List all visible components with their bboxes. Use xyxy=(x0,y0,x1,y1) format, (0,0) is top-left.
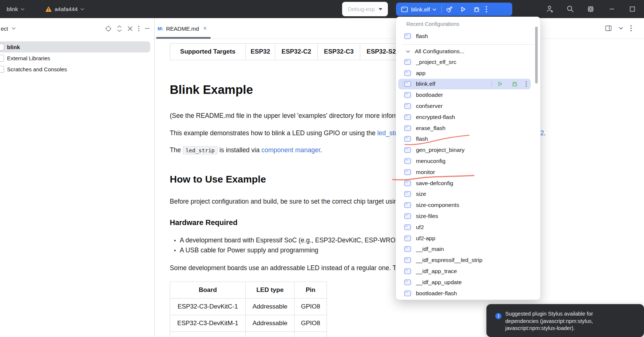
config-item[interactable]: flash xyxy=(398,134,531,145)
run-config-icon xyxy=(404,136,411,142)
dropdown-arrow-icon xyxy=(379,8,382,10)
vcs-widget[interactable]: a4afa444 xyxy=(45,0,84,18)
project-widget[interactable]: blink xyxy=(7,0,24,18)
config-item[interactable]: save-defconfig xyxy=(398,178,531,189)
run-config-icon xyxy=(404,125,411,131)
run-config-icon xyxy=(404,33,411,39)
project-tree: blink External Libraries Scratches and C… xyxy=(0,41,154,75)
config-item[interactable]: size-files xyxy=(398,211,531,222)
config-item[interactable]: gen_project_binary xyxy=(398,144,531,156)
run-config-icon xyxy=(404,279,411,285)
config-item[interactable]: flash xyxy=(398,31,531,42)
config-item[interactable]: app xyxy=(398,68,531,79)
tool-window-title[interactable]: ect xyxy=(1,25,8,32)
run-config-icon xyxy=(404,70,411,76)
config-item[interactable]: __idf_app_update xyxy=(398,277,531,288)
expand-all-icon[interactable] xyxy=(117,25,122,32)
run-button[interactable] xyxy=(459,6,467,13)
panel-options-icon[interactable] xyxy=(138,25,140,31)
tree-item[interactable]: blink xyxy=(0,41,150,52)
config-item[interactable]: bootloader-flash xyxy=(398,288,531,299)
run-icon[interactable] xyxy=(497,81,503,87)
run-config-selector[interactable]: blink.elf xyxy=(411,6,430,13)
settings-gear-icon[interactable] xyxy=(586,4,595,13)
main-toolbar: blink a4afa444 Debug-esp blink.elf xyxy=(0,0,644,18)
tree-item[interactable]: Scratches and Consoles xyxy=(0,64,154,75)
collapse-close-icon[interactable] xyxy=(127,26,133,31)
config-item[interactable]: encrypted-flash xyxy=(398,112,531,123)
debug-profile-select[interactable]: Debug-esp xyxy=(342,2,388,16)
run-config-icon xyxy=(404,202,411,208)
config-item[interactable]: __idf_main xyxy=(398,244,531,255)
config-item[interactable]: confserver xyxy=(398,101,531,112)
config-item[interactable]: bootloader xyxy=(398,89,531,101)
debug-icon[interactable] xyxy=(511,81,518,88)
popup-separator xyxy=(402,44,534,45)
led-strip-link[interactable]: led_str xyxy=(377,129,397,137)
board-cell: ESP32-C3-DevKitC-1 xyxy=(170,299,246,315)
chevron-down-icon[interactable] xyxy=(433,8,436,11)
config-item[interactable]: size xyxy=(398,189,531,200)
tab-readme[interactable]: M↓ README.md × xyxy=(158,21,207,36)
run-config-icon xyxy=(404,257,411,263)
folder-icon xyxy=(0,55,4,62)
all-configurations-toggle[interactable]: All Configurations... xyxy=(396,46,540,57)
config-item[interactable]: uf2-app xyxy=(398,233,531,244)
config-item-label: __idf_espressif__led_strip xyxy=(416,257,482,263)
chevron-down-icon[interactable] xyxy=(12,27,16,30)
doc-title: Blink Example xyxy=(170,83,253,97)
config-item[interactable]: size-components xyxy=(398,200,531,211)
config-item-label: uf2-app xyxy=(416,235,435,242)
config-item-label: monitor xyxy=(416,169,435,176)
paragraph-5: Some development boards use an addressab… xyxy=(170,264,397,272)
locate-file-icon[interactable] xyxy=(105,25,111,32)
run-config-icon xyxy=(404,246,411,252)
active-tab-underline xyxy=(156,37,211,39)
config-item[interactable]: blink.elf xyxy=(398,79,531,90)
editor-more-icon[interactable] xyxy=(630,25,632,31)
configurations-list: _project_elf_src app xyxy=(396,57,540,299)
debug-button[interactable] xyxy=(473,6,481,13)
toolbar-separator xyxy=(441,6,442,13)
led-type-cell: Addressable xyxy=(246,315,295,332)
config-item[interactable]: _project_elf_src xyxy=(398,57,531,68)
hide-panel-icon[interactable] xyxy=(145,26,150,31)
editor-layout-icon[interactable] xyxy=(605,25,612,31)
tree-item[interactable]: External Libraries xyxy=(0,52,154,64)
config-item[interactable]: menuconfig xyxy=(398,156,531,167)
build-button[interactable] xyxy=(445,5,454,13)
component-manager-link[interactable]: component manager xyxy=(261,146,320,154)
board-table-row: ESP32-C3-DevKitM-1 Addressable GPIO8 xyxy=(170,315,327,332)
project-name: blink xyxy=(7,6,18,12)
window-maximize-button[interactable] xyxy=(628,4,637,13)
config-item[interactable]: __idf_espressif__led_strip xyxy=(398,255,531,266)
window-minimize-button[interactable] xyxy=(607,4,616,13)
config-item-label: __idf_app_trace xyxy=(416,268,457,275)
chevron-down-icon[interactable] xyxy=(619,27,623,30)
pin-col-header: Pin xyxy=(295,282,327,299)
run-config-icon xyxy=(404,235,411,241)
config-item[interactable]: erase_flash xyxy=(398,123,531,134)
add-user-icon[interactable] xyxy=(545,4,554,13)
run-config-icon xyxy=(404,268,411,274)
more-run-actions-icon[interactable] xyxy=(486,6,487,13)
panel-splitter[interactable] xyxy=(154,18,155,337)
tab-label: README.md xyxy=(166,25,199,32)
config-item[interactable]: __idf_app_trace xyxy=(398,266,531,277)
board-table-row: ESP32-S2-DevKitM-1 Addressable GPIO18 xyxy=(170,332,327,337)
run-widget: blink.elf xyxy=(396,3,512,16)
notification-balloon[interactable]: i Suggested plugin Stylus available for … xyxy=(486,304,644,337)
config-item[interactable]: uf2 xyxy=(398,222,531,233)
bullet-item-2: A USB cable for Power supply and program… xyxy=(174,246,318,254)
tab-close-icon[interactable]: × xyxy=(203,25,207,32)
target-header-cell: ESP32-C2 xyxy=(275,44,318,60)
config-item-label: confserver xyxy=(416,103,442,109)
config-item[interactable]: monitor xyxy=(398,167,531,178)
ide-window: blink a4afa444 Debug-esp blink.elf xyxy=(0,0,644,337)
link-tail[interactable]: 2 xyxy=(540,129,544,137)
search-icon[interactable] xyxy=(566,4,575,13)
popup-scrollbar-thumb[interactable] xyxy=(535,27,538,84)
actions-separator xyxy=(492,81,492,87)
more-actions-icon[interactable] xyxy=(526,81,527,87)
recent-configurations-list: flash xyxy=(396,31,540,42)
